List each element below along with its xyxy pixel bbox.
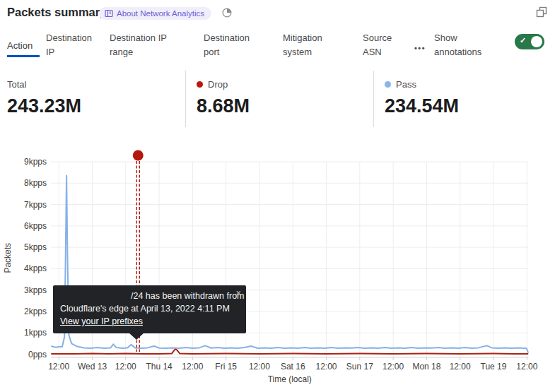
x-tick-label: Sun 17 [346, 362, 373, 372]
x-tick-label: 12:00 [115, 362, 136, 372]
drop-line [51, 350, 528, 354]
packets-summary-panel: Packets summary About Network Analytics … [0, 0, 555, 392]
y-tick-label: 8kpps [24, 178, 47, 188]
y-tick-label: 5kpps [24, 242, 47, 252]
x-tick-label: Thu 14 [146, 362, 173, 372]
x-tick-label: Tue 19 [481, 362, 507, 372]
annotation-tooltip: × /24 has been withdrawn from Cloudflare… [53, 285, 246, 333]
y-tick-label: 6kpps [24, 221, 47, 231]
x-tick-label: 12:00 [182, 362, 203, 372]
x-tick-label: 12:00 [382, 362, 404, 372]
x-tick-label: 12:00 [316, 362, 337, 372]
y-tick-label: 0pps [28, 350, 47, 360]
tooltip-line1: /24 has been withdrawn from [60, 290, 239, 302]
tooltip-line2: Cloudflare's edge at April 13, 2022 4:11… [60, 302, 239, 315]
x-tick-label: Sat 16 [281, 362, 305, 372]
x-tick-label: 12:00 [249, 362, 270, 372]
x-tick-label: 12:00 [516, 362, 537, 372]
y-tick-label: 7kpps [24, 200, 47, 210]
close-icon[interactable]: × [235, 287, 241, 299]
tooltip-caret [129, 333, 144, 340]
annotation-dot[interactable] [133, 150, 144, 161]
y-axis-title: Packets [3, 243, 13, 273]
x-tick-label: Fri 15 [215, 362, 237, 372]
y-tick-label: 9kpps [24, 157, 47, 167]
y-tick-label: 4kpps [24, 263, 47, 273]
y-tick-label: 2kpps [24, 307, 47, 316]
y-tick-label: 1kpps [24, 328, 47, 338]
x-axis-title: Time (local) [268, 374, 312, 384]
view-ip-prefixes-link[interactable]: View your IP prefixes [60, 315, 143, 328]
x-tick-label: 12:00 [450, 362, 471, 372]
x-tick-label: 12:00 [48, 362, 69, 372]
x-tick-label: Wed 13 [78, 362, 107, 372]
x-tick-label: Mon 18 [412, 362, 440, 372]
y-tick-label: 3kpps [24, 285, 47, 295]
